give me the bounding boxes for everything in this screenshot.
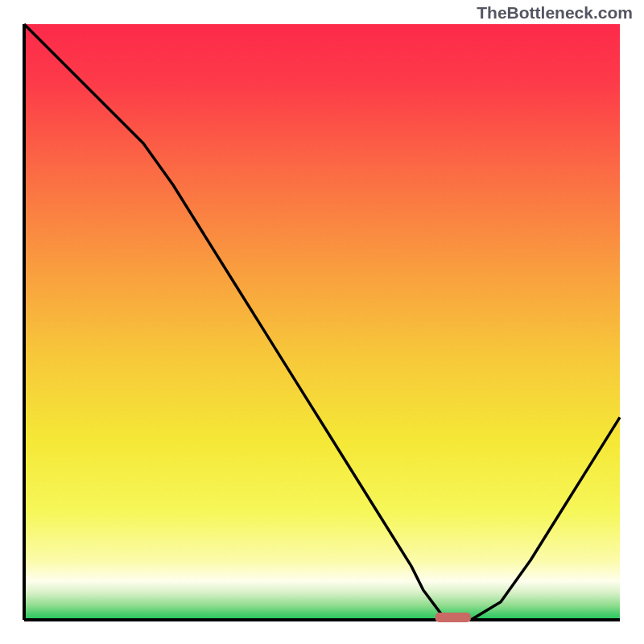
bottleneck-chart [0,0,644,644]
optimal-zone-marker [436,613,471,622]
watermark-text: TheBottleneck.com [477,3,633,23]
chart-container: TheBottleneck.com [0,0,644,644]
